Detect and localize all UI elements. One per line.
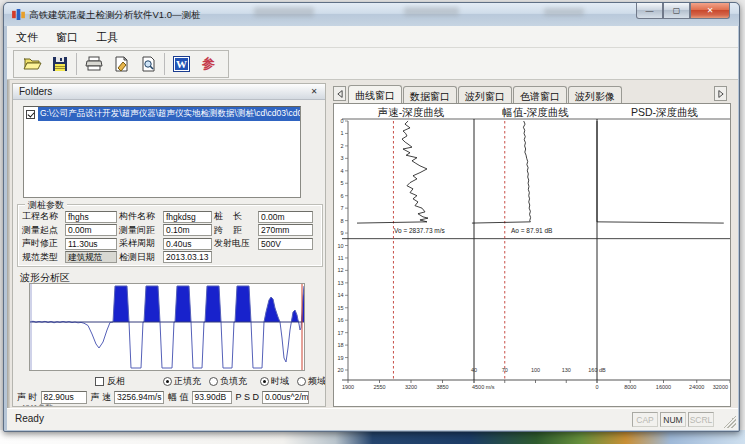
app-icon [12, 9, 25, 20]
param-label: 采样周期 [119, 237, 161, 250]
param-field[interactable]: 500V [258, 238, 313, 250]
svg-text:14: 14 [337, 292, 343, 298]
param-field[interactable]: 0.00m [258, 211, 313, 223]
list-item[interactable]: G:\公司产品设计开发\超声仪器\超声仪实地检测数据\测桩\cd\cd03\cd… [24, 107, 300, 121]
file-path: G:\公司产品设计开发\超声仪器\超声仪实地检测数据\测桩\cd\cd03\cd… [38, 107, 300, 121]
resize-grip[interactable] [723, 415, 736, 428]
titlebar-smudge [544, 8, 584, 16]
readout-label: 声 速 [91, 391, 112, 404]
domain-option-0[interactable]: 时域 [260, 375, 289, 388]
svg-text:5: 5 [340, 180, 343, 186]
param-field[interactable]: 11.30us [65, 238, 117, 250]
print-preview-button[interactable] [134, 52, 161, 76]
readout-field[interactable]: 0.00us^2/m [262, 391, 309, 404]
print-button[interactable] [80, 52, 107, 76]
radio-label: 负填充 [220, 375, 247, 388]
readout-field[interactable]: 3256.94m/s [114, 391, 164, 404]
wave-controls: 反相 正填充负填充 时域频域 [13, 375, 326, 388]
word-report-button[interactable]: W [168, 52, 195, 76]
param-field[interactable]: fhgkdsg [163, 211, 212, 223]
open-folder-button[interactable] [19, 52, 46, 76]
readout-field[interactable]: 93.90dB [192, 391, 232, 404]
svg-text:8: 8 [340, 218, 343, 224]
readout-field[interactable]: 82.90us [41, 391, 87, 404]
param-label: 规范类型 [22, 251, 63, 264]
titlebar-smudge [404, 7, 459, 16]
param-field[interactable]: 0.10m [163, 224, 212, 236]
svg-text:19: 19 [337, 355, 343, 361]
export-page-button[interactable] [107, 52, 134, 76]
param-field[interactable]: 0.00m [65, 224, 117, 236]
readout-label: P S D [236, 392, 259, 402]
svg-text:4: 4 [340, 168, 343, 174]
tab-4[interactable]: 波列影像 [568, 86, 622, 103]
radio-icon [297, 377, 306, 386]
invert-checkbox[interactable]: 反相 [95, 375, 125, 388]
svg-text:Vo = 2837.73 m/s: Vo = 2837.73 m/s [394, 227, 446, 234]
toolbar: W 参 [7, 48, 738, 79]
param-field[interactable]: 2013.03.13 [163, 251, 212, 263]
status-text: Ready [15, 413, 44, 424]
param-label: 检测日期 [119, 251, 161, 264]
menu-item-0[interactable]: 文件 [7, 26, 47, 45]
tab-scroll-left-button[interactable] [333, 86, 346, 101]
minimize-button[interactable]: — [636, 3, 663, 19]
svg-text:70: 70 [502, 367, 508, 373]
domain-option-1[interactable]: 频域 [297, 375, 326, 388]
maximize-button[interactable]: ▢ [663, 3, 690, 19]
svg-text:1900: 1900 [342, 384, 354, 390]
svg-text:100: 100 [531, 367, 540, 373]
save-button[interactable] [46, 52, 73, 76]
param-field[interactable]: 建筑规范 [65, 251, 117, 263]
fill-option-0[interactable]: 正填充 [163, 375, 201, 388]
pile-params-group: 测桩参数 工程名称fhghs构件名称fhgkdsg桩 长0.00m测量起点0.0… [17, 204, 323, 267]
open-folder-icon [23, 56, 43, 72]
svg-text:0: 0 [340, 118, 343, 124]
waveform-box[interactable] [29, 283, 305, 371]
invert-label: 反相 [107, 375, 125, 388]
menu-item-2[interactable]: 工具 [87, 26, 127, 45]
param-field[interactable]: fhghs [65, 211, 117, 223]
tab-2[interactable]: 波列窗口 [458, 86, 512, 103]
readout-row: 声 时82.90us声 速3256.94m/s幅 值93.90dBP S D0.… [17, 390, 326, 404]
toolbar-separator [76, 53, 77, 75]
tab-0[interactable]: 曲线窗口 [348, 85, 402, 103]
param-field[interactable]: 0.40us [163, 238, 212, 250]
param-field[interactable]: 270mm [258, 224, 313, 236]
fill-options: 正填充负填充 [163, 375, 247, 388]
svg-text:24000: 24000 [689, 384, 704, 390]
svg-text:9: 9 [340, 230, 343, 236]
svg-text:2: 2 [340, 143, 343, 149]
status-pane-scrl: SCRL [688, 412, 714, 427]
titlebar-smudge [254, 7, 314, 17]
tab-3[interactable]: 色谱窗口 [513, 86, 567, 103]
radio-icon [209, 377, 218, 386]
svg-text:16000: 16000 [656, 384, 671, 390]
folders-caption[interactable]: Folders ✕ [13, 84, 325, 100]
svg-text:W: W [176, 58, 187, 70]
left-arrow-icon [337, 90, 343, 98]
status-pane-cap: CAP [632, 412, 658, 427]
parameters-button[interactable]: 参 [195, 52, 222, 76]
client-area: Folders ✕ G:\公司产品设计开发\超声仪器\超声仪实地检测数据\测桩\… [7, 79, 738, 408]
svg-text:13: 13 [337, 280, 343, 286]
tab-1[interactable]: 数据窗口 [403, 86, 457, 103]
param-label: 桩 长 [214, 210, 256, 223]
checkbox-icon[interactable] [26, 110, 35, 119]
param-label: 测量间距 [119, 224, 161, 237]
toolbar-separator [164, 53, 165, 75]
depth-charts: 0123456789101112131415161718192019002550… [334, 104, 730, 406]
fill-option-1[interactable]: 负填充 [209, 375, 247, 388]
svg-text:32000: 32000 [713, 384, 728, 390]
waveform-chart [30, 284, 304, 370]
svg-text:11: 11 [338, 255, 344, 261]
tab-scroll-right-button[interactable] [714, 86, 727, 101]
file-listbox[interactable]: G:\公司产品设计开发\超声仪器\超声仪实地检测数据\测桩\cd\cd03\cd… [23, 106, 301, 198]
readout-label: 声 时 [17, 391, 38, 404]
svg-text:3200: 3200 [405, 384, 417, 390]
close-button[interactable]: ✕ [690, 3, 730, 19]
folders-close-icon[interactable]: ✕ [308, 86, 320, 98]
titlebar[interactable]: 高铁建筑混凝土检测分析软件V1.0—测桩 — ▢ ✕ [4, 3, 739, 26]
menu-item-1[interactable]: 窗口 [47, 26, 87, 45]
svg-text:2550: 2550 [373, 384, 385, 390]
